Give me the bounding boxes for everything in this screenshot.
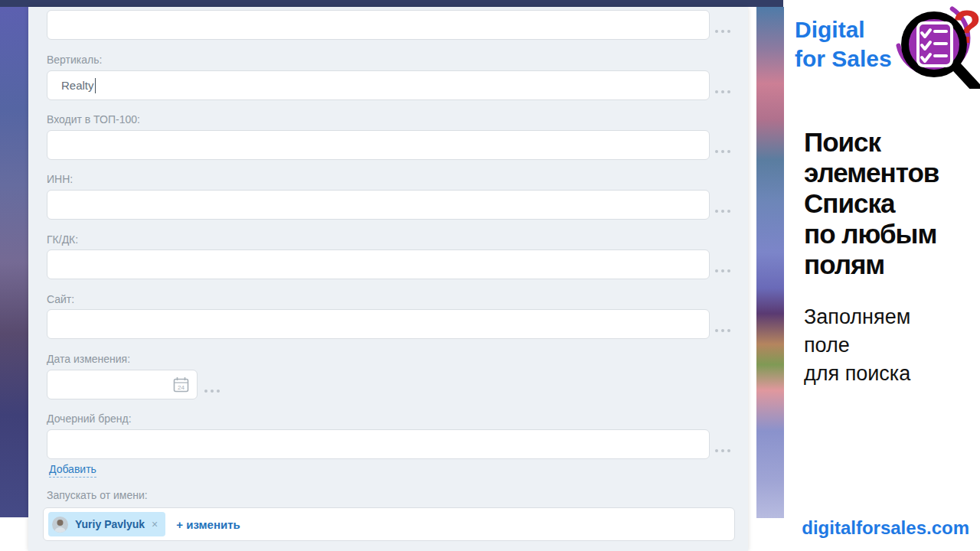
- slide: Вертикаль: Realty Входит в ТОП-100: ИНН:…: [0, 0, 980, 551]
- user-chip-name: Yuriy Pavlyuk: [75, 518, 145, 530]
- more-options-button[interactable]: [715, 266, 732, 276]
- vertical-value: Realty: [61, 79, 94, 92]
- field-label-run-as: Запускать от имени:: [47, 489, 148, 501]
- field-label-top100: Входит в ТОП-100:: [47, 113, 140, 126]
- field-label-child-brand: Дочерний бренд:: [47, 412, 132, 425]
- more-options-button[interactable]: [715, 146, 732, 157]
- top100-input[interactable]: [47, 130, 710, 160]
- magnifier-checklist-logo-icon: ?: [893, 3, 980, 89]
- user-chip[interactable]: Yuriy Pavlyuk ×: [48, 512, 165, 536]
- browser-top-bar: [0, 0, 783, 7]
- gkdk-input[interactable]: [47, 249, 710, 279]
- change-user-link[interactable]: + изменить: [176, 518, 240, 531]
- svg-text:24: 24: [178, 384, 185, 391]
- background-photo-right: [756, 7, 784, 518]
- promo-sidebar: Digital for Sales ? Поиск элементов Спис…: [784, 0, 980, 551]
- website-url: digitalforsales.com: [802, 517, 969, 539]
- more-options-button[interactable]: [715, 325, 732, 336]
- calendar-icon[interactable]: 24: [173, 377, 189, 393]
- slide-subtitle: Заполняем поле для поиска: [804, 303, 972, 388]
- brand-name: Digital for Sales: [795, 15, 892, 73]
- more-options-button[interactable]: [715, 86, 732, 97]
- field-input[interactable]: [47, 10, 710, 40]
- field-label-site: Сайт:: [47, 293, 74, 305]
- child-brand-input[interactable]: [47, 429, 710, 459]
- field-label-vertical: Вертикаль:: [47, 54, 102, 66]
- field-label-date: Дата изменения:: [47, 353, 130, 365]
- site-input[interactable]: [47, 309, 710, 339]
- add-value-link[interactable]: Добавить: [49, 463, 96, 478]
- more-options-button[interactable]: [715, 206, 732, 217]
- slide-title: Поиск элементов Списка по любым полям: [804, 127, 975, 280]
- remove-user-icon[interactable]: ×: [152, 518, 158, 530]
- field-label-gkdk: ГК/ДК:: [47, 233, 78, 246]
- field-label-inn: ИНН:: [47, 173, 73, 185]
- crm-filter-form: Вертикаль: Realty Входит в ТОП-100: ИНН:…: [28, 7, 748, 551]
- more-options-button[interactable]: [715, 445, 732, 456]
- more-options-button[interactable]: [204, 386, 221, 396]
- vertical-input[interactable]: Realty: [47, 70, 710, 100]
- avatar: [52, 517, 68, 533]
- text-cursor: [95, 78, 96, 93]
- background-photo-left: [0, 7, 28, 517]
- inn-input[interactable]: [47, 190, 710, 220]
- run-as-input[interactable]: Yuriy Pavlyuk × + изменить: [43, 507, 735, 541]
- more-options-button[interactable]: [715, 26, 732, 37]
- date-input[interactable]: 24: [47, 370, 198, 399]
